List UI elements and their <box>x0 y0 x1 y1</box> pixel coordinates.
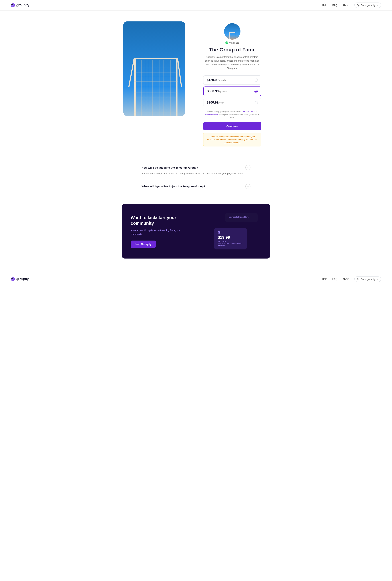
hero-svg <box>123 22 185 116</box>
faq-header-1: When will I get a link to join the Teleg… <box>142 184 250 189</box>
nav-faq[interactable]: FAQ <box>332 4 337 7</box>
hero-image-inner <box>123 22 185 116</box>
footer-logo: groupify <box>11 277 29 281</box>
svg-rect-29 <box>229 32 230 39</box>
cta-banner: Want to kickstart your community You can… <box>122 204 270 258</box>
terms-and: and <box>253 110 257 113</box>
mock-price: $19.99 <box>218 235 243 240</box>
whatsapp-icon: W <box>225 42 228 44</box>
footer-nav: Help FAQ About Go to groupify.co <box>322 276 381 282</box>
svg-rect-31 <box>229 32 235 33</box>
footer-logo-text: groupify <box>16 277 29 281</box>
svg-rect-30 <box>235 32 235 39</box>
faq-answer-0: You will get a unique link to join the G… <box>142 172 250 176</box>
privacy-policy-link[interactable]: Privacy Policy <box>205 114 217 116</box>
platform-name: Whatsapp <box>229 42 239 44</box>
logo: groupify <box>11 3 29 7</box>
faq-header-0: How will I be added to the Telegram Grou… <box>142 165 250 170</box>
footer-nav-faq[interactable]: FAQ <box>332 278 337 280</box>
continue-button[interactable]: Continue <box>203 122 261 130</box>
pricing-year-label: $900.99/year <box>207 101 224 104</box>
footer-logo-icon <box>11 277 15 281</box>
cta-title: Want to kickstart your community <box>131 215 182 226</box>
footer: groupify Help FAQ About Go to groupify.c… <box>0 273 392 285</box>
nav-about[interactable]: About <box>343 4 349 7</box>
main-section: W Whatsapp The Group of Fame Groupify is… <box>109 10 283 157</box>
faq-icon-0: × <box>247 166 249 169</box>
svg-rect-4 <box>134 58 178 59</box>
faq-toggle-0[interactable]: × <box>245 165 250 170</box>
terms-before: By continuing, you agree to Groupify's <box>207 110 241 113</box>
year-amount: $900.99 <box>207 101 218 104</box>
mock-card-top: business to the next level <box>225 213 258 222</box>
logo-icon <box>11 3 15 7</box>
go-to-groupify-label: Go to groupify.co <box>361 4 378 6</box>
footer-go-to-groupify-button[interactable]: Go to groupify.co <box>354 276 381 282</box>
header: groupify Help FAQ About Go to groupify.c… <box>0 0 392 10</box>
join-groupify-button[interactable]: Join Groupify <box>131 240 156 248</box>
cta-left: Want to kickstart your community You can… <box>131 215 182 248</box>
pricing-quarter-label: $300.99/quarter <box>207 90 227 93</box>
year-period: /year <box>218 102 224 104</box>
footer-nav-about[interactable]: About <box>343 278 349 280</box>
pricing-options: $120.99/month $300.99/quarter $900.99/ye… <box>203 76 261 107</box>
external-link-icon <box>357 4 360 6</box>
mock-period: per quarter Turn your paid community int… <box>218 240 243 246</box>
hero-image <box>123 22 185 116</box>
month-radio <box>255 78 258 82</box>
cta-right: business to the next level $19.99 per qu… <box>214 213 261 250</box>
quarter-radio <box>254 90 258 93</box>
month-period: /month <box>218 79 226 82</box>
footer-nav-help[interactable]: Help <box>322 278 327 280</box>
faq-question-0: How will I be added to the Telegram Grou… <box>142 166 198 169</box>
footer-go-to-groupify-label: Go to groupify.co <box>361 278 378 280</box>
pricing-option-month[interactable]: $120.99/month <box>203 76 261 85</box>
cta-desc: You can join Groupify to start earning f… <box>131 228 182 236</box>
cta-wrapper: Want to kickstart your community You can… <box>0 204 392 258</box>
platform-badge: W Whatsapp <box>225 42 239 44</box>
go-to-groupify-button[interactable]: Go to groupify.co <box>354 2 381 8</box>
month-amount: $120.99 <box>207 78 218 82</box>
mock-card-top-text: business to the next level <box>229 216 254 218</box>
mock-radio-inner <box>218 232 220 233</box>
quarter-radio-inner <box>255 90 257 92</box>
faq-section: How will I be added to the Telegram Grou… <box>127 161 265 193</box>
faq-item-1: When will I get a link to join the Teleg… <box>142 180 250 193</box>
right-content: W Whatsapp The Group of Fame Groupify is… <box>196 22 269 146</box>
quarter-period: /quarter <box>219 90 227 93</box>
terms-text: By continuing, you agree to Groupify's T… <box>205 110 259 119</box>
pricing-option-quarter[interactable]: $300.99/quarter <box>203 86 261 96</box>
faq-toggle-1[interactable]: + <box>245 184 250 189</box>
avatar-svg <box>224 23 240 40</box>
pricing-month-label: $120.99/month <box>207 78 226 82</box>
svg-point-28 <box>224 23 240 40</box>
footer-external-link-icon <box>357 278 360 280</box>
group-avatar <box>224 23 240 40</box>
year-radio <box>255 101 258 104</box>
terms-of-use-link[interactable]: Terms of Use <box>241 110 253 113</box>
renewal-notice: Renewals will be automatically done base… <box>203 133 261 146</box>
terms-after: . We explain how we use and store your d… <box>217 114 259 119</box>
faq-icon-1: + <box>247 185 249 188</box>
mock-period-text: per quarter <box>218 240 227 242</box>
faq-item-0: How will I be added to the Telegram Grou… <box>142 161 250 180</box>
quarter-amount: $300.99 <box>207 90 219 93</box>
faq-question-1: When will I get a link to join the Teleg… <box>142 185 205 188</box>
mock-sub-text: Turn your paid community into a business… <box>218 242 242 246</box>
logo-text: groupify <box>16 3 29 7</box>
group-title: The Group of Fame <box>209 47 256 53</box>
nav-help[interactable]: Help <box>322 4 327 7</box>
mock-card-main: $19.99 per quarter Turn your paid commun… <box>214 228 247 250</box>
mock-radio <box>218 231 220 234</box>
nav: Help FAQ About Go to groupify.co <box>322 2 381 8</box>
pricing-option-year[interactable]: $900.99/year <box>203 98 261 107</box>
group-desc: Groupify is a platform that allows conte… <box>205 55 259 70</box>
